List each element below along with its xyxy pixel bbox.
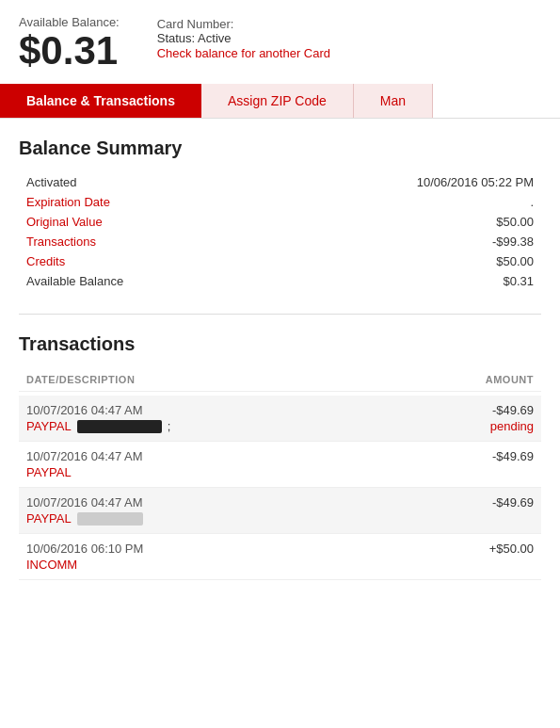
credits-label: Credits	[26, 254, 65, 268]
tx-top: 10/07/2016 04:47 AM -$49.69	[26, 495, 534, 510]
tab-balance-transactions[interactable]: Balance & Transactions	[0, 84, 201, 118]
divider	[19, 314, 541, 315]
available-balance-label: Available Balance:	[19, 15, 120, 29]
table-row: 10/07/2016 04:47 AM -$49.69 PAYPAL	[19, 488, 541, 534]
tx-merchant: PAYPAL	[26, 419, 72, 433]
table-row: 10/06/2016 06:10 PM +$50.00 INCOMM	[19, 534, 541, 580]
balance-summary-section: Balance Summary Activated 10/06/2016 05:…	[19, 138, 541, 291]
balance-area: Available Balance: $0.31	[19, 15, 120, 73]
activated-value: 10/06/2016 05:22 PM	[417, 175, 534, 189]
tx-desc: PAYPAL	[26, 465, 534, 479]
redacted-info	[77, 420, 162, 433]
transactions-section: Transactions DATE/DESCRIPTION AMOUNT 10/…	[19, 333, 541, 580]
available-balance-summary-label: Available Balance	[26, 274, 123, 288]
expiration-label: Expiration Date	[26, 195, 110, 209]
main-content: Balance Summary Activated 10/06/2016 05:…	[0, 119, 560, 599]
balance-summary-title: Balance Summary	[19, 138, 541, 159]
tab-manage[interactable]: Man	[354, 84, 433, 118]
tx-desc: PAYPAL ;	[26, 419, 170, 433]
tabs-bar: Balance & Transactions Assign ZIP Code M…	[0, 84, 560, 119]
tx-amount: -$49.69	[492, 495, 534, 510]
tx-desc: INCOMM	[26, 558, 534, 572]
activated-label: Activated	[26, 175, 76, 189]
tx-top: 10/07/2016 04:47 AM -$49.69	[26, 449, 534, 463]
summary-row-activated: Activated 10/06/2016 05:22 PM	[19, 172, 541, 192]
tab-assign-zip[interactable]: Assign ZIP Code	[201, 84, 354, 118]
redacted-info	[77, 512, 143, 526]
redacted-end-dot: ;	[168, 419, 171, 433]
summary-row-transactions: Transactions -$99.38	[19, 232, 541, 251]
tx-amount: -$49.69	[492, 449, 534, 463]
col-amount-header: AMOUNT	[486, 374, 534, 385]
tx-pending-label: pending	[490, 419, 534, 433]
tx-date: 10/07/2016 04:47 AM	[26, 495, 143, 510]
card-info: Card Number: Status: Active Check balanc…	[157, 15, 330, 60]
tx-desc: PAYPAL	[26, 511, 534, 526]
check-balance-link[interactable]: Check balance for another Card	[157, 46, 330, 60]
tx-top: 10/06/2016 06:10 PM +$50.00	[26, 542, 534, 556]
original-value-amount: $50.00	[496, 215, 534, 229]
expiration-value: .	[530, 195, 534, 209]
tx-date: 10/07/2016 04:47 AM	[26, 449, 143, 463]
transactions-table-header: DATE/DESCRIPTION AMOUNT	[19, 368, 541, 392]
col-date-header: DATE/DESCRIPTION	[26, 374, 135, 385]
tx-merchant: PAYPAL	[26, 465, 72, 479]
available-balance-summary-value: $0.31	[503, 274, 534, 288]
status-value: Active	[198, 31, 231, 45]
original-value-label: Original Value	[26, 215, 103, 229]
tx-amount: +$50.00	[489, 542, 534, 556]
status-label: Status:	[157, 31, 195, 45]
summary-row-available-balance: Available Balance $0.31	[19, 271, 541, 291]
summary-row-original-value: Original Value $50.00	[19, 212, 541, 232]
transactions-title: Transactions	[19, 333, 541, 355]
transactions-amount: -$99.38	[492, 235, 534, 249]
tx-date: 10/06/2016 06:10 PM	[26, 542, 143, 556]
tx-merchant: INCOMM	[26, 558, 77, 572]
tx-top: 10/07/2016 04:47 AM -$49.69	[26, 403, 534, 417]
summary-row-credits: Credits $50.00	[19, 251, 541, 271]
tx-date: 10/07/2016 04:47 AM	[26, 403, 143, 417]
summary-row-expiration: Expiration Date .	[19, 192, 541, 212]
balance-amount: $0.31	[19, 29, 120, 73]
tx-merchant: PAYPAL	[26, 511, 72, 526]
card-number-label: Card Number:	[157, 17, 330, 31]
table-row: 10/07/2016 04:47 AM -$49.69 PAYPAL ; pen…	[19, 396, 541, 442]
header-section: Available Balance: $0.31 Card Number: St…	[0, 0, 560, 84]
status-line: Status: Active	[157, 31, 330, 45]
transactions-label: Transactions	[26, 235, 96, 249]
credits-amount: $50.00	[496, 254, 534, 268]
tx-amount: -$49.69	[492, 403, 534, 417]
table-row: 10/07/2016 04:47 AM -$49.69 PAYPAL	[19, 442, 541, 488]
